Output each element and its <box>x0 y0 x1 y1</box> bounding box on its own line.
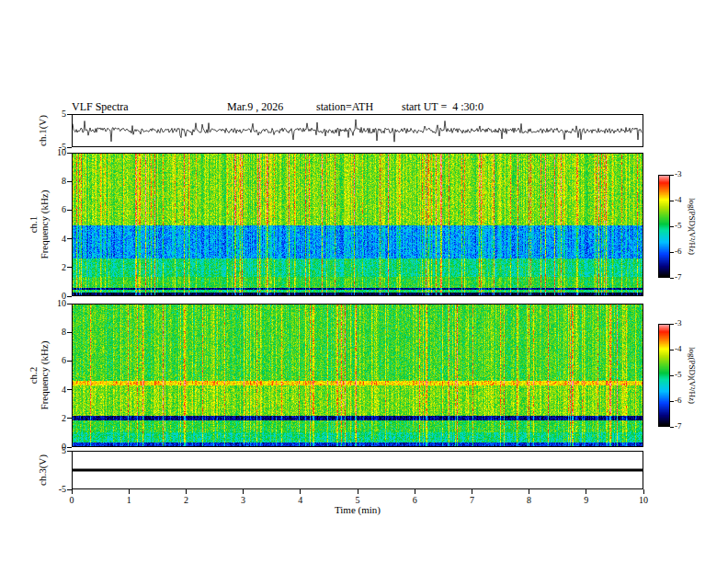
plot-station: station=ATH <box>316 100 373 114</box>
y-tick-label: 4 <box>40 234 66 244</box>
ch1-spectrogram-ylabel-line2: Frequency (kHz) <box>39 190 50 259</box>
colorbar-tick-mark <box>670 350 674 350</box>
x-tick-mark <box>415 489 415 494</box>
y-tick-mark <box>67 418 72 419</box>
x-tick-mark <box>129 489 130 494</box>
x-tick-mark <box>472 489 472 494</box>
ch3-waveform-ylabel: ch.3(V) <box>37 454 48 486</box>
y-tick-mark <box>67 389 72 390</box>
colorbar-tick-label: -5 <box>675 370 691 379</box>
colorbar-tick-label: -7 <box>675 272 691 282</box>
vlf-spectra-figure: VLF Spectra Mar.9 , 2026 station=ATH sta… <box>0 0 728 563</box>
ch2-spectrogram-ylabel: ch.2 Frequency (kHz) <box>28 341 50 410</box>
x-tick-mark <box>300 489 301 494</box>
y-tick-label: 6 <box>40 204 66 214</box>
x-tick-label: 2 <box>176 495 195 505</box>
colorbar-tick-mark <box>670 226 674 227</box>
y-tick-mark <box>67 147 72 148</box>
y-tick-mark <box>67 296 72 297</box>
x-tick-mark <box>243 489 244 494</box>
ch1-spectrogram-ylabel: ch.1 Frequency (kHz) <box>28 190 50 259</box>
colorbar-1-canvas <box>659 176 669 277</box>
plot-start-ut: start UT = 4 :30:0 <box>402 100 483 114</box>
colorbar-tick-mark <box>670 427 674 428</box>
x-tick-label: 6 <box>405 495 424 505</box>
colorbar-tick-mark <box>670 375 674 376</box>
x-tick-label: 8 <box>520 495 539 505</box>
x-tick-mark <box>358 489 358 494</box>
y-tick-mark <box>67 238 72 239</box>
y-tick-mark <box>67 451 72 452</box>
y-tick-label: -5 <box>40 484 66 494</box>
y-tick-mark <box>67 304 72 304</box>
y-tick-label: 2 <box>40 413 66 423</box>
colorbar-tick-label: -3 <box>675 169 691 178</box>
colorbar-2 <box>658 324 670 427</box>
colorbar-tick-label: -4 <box>675 344 691 353</box>
y-tick-mark <box>67 181 72 182</box>
ch2-spectrogram-ylabel-line1: ch.2 <box>28 341 39 410</box>
y-tick-label: 8 <box>40 176 66 186</box>
x-tick-label: 10 <box>634 495 653 505</box>
x-tick-label: 3 <box>234 495 253 505</box>
x-axis-title: Time (min) <box>72 504 643 515</box>
colorbar-tick-mark <box>670 252 674 253</box>
colorbar-tick-label: -3 <box>675 318 691 327</box>
y-tick-mark <box>67 210 72 211</box>
y-tick-mark <box>67 153 72 154</box>
x-tick-mark <box>586 489 586 494</box>
colorbar-1 <box>658 175 670 278</box>
ch1-spectrogram-panel <box>72 153 643 296</box>
x-tick-mark <box>529 489 529 494</box>
y-tick-mark <box>67 114 72 115</box>
y-tick-mark <box>67 489 72 490</box>
ch1-spectrogram-ylabel-line1: ch.1 <box>28 190 39 259</box>
colorbar-2-canvas <box>659 325 669 426</box>
y-tick-mark <box>67 332 72 333</box>
x-tick-label: 4 <box>291 495 310 505</box>
y-tick-mark <box>67 447 72 448</box>
plot-date: Mar.9 , 2026 <box>227 100 283 114</box>
y-tick-label: 8 <box>40 327 66 337</box>
x-tick-mark <box>643 489 644 494</box>
x-tick-mark <box>186 489 187 494</box>
colorbar-tick-label: -4 <box>675 195 691 204</box>
colorbar-tick-mark <box>670 401 674 402</box>
colorbar-tick-label: -6 <box>675 396 691 405</box>
x-tick-label: 5 <box>348 495 367 505</box>
ch3-waveform-canvas <box>73 452 643 488</box>
x-tick-label: 1 <box>119 495 138 505</box>
ch1-waveform-panel <box>72 114 643 147</box>
colorbar-tick-label: -6 <box>675 247 691 256</box>
y-tick-mark <box>67 361 72 362</box>
x-tick-label: 7 <box>462 495 481 505</box>
y-tick-label: 6 <box>40 355 66 365</box>
ch1-spectrogram-canvas <box>73 154 643 295</box>
colorbar-tick-mark <box>670 175 674 176</box>
ch2-spectrogram-canvas <box>73 304 643 446</box>
y-tick-label: 2 <box>40 262 66 272</box>
ch1-waveform-canvas <box>73 115 643 146</box>
x-tick-mark <box>72 489 73 494</box>
colorbar-tick-mark <box>670 278 674 279</box>
ch3-waveform-panel <box>72 451 643 489</box>
y-tick-label: 10 <box>40 298 66 308</box>
colorbar-tick-mark <box>670 324 674 325</box>
y-tick-label: 4 <box>40 385 66 395</box>
y-tick-label: 5 <box>40 109 66 119</box>
ch2-spectrogram-ylabel-line2: Frequency (kHz) <box>39 341 50 410</box>
x-tick-label: 9 <box>577 495 596 505</box>
plot-title: VLF Spectra <box>72 100 129 114</box>
y-tick-label: 10 <box>40 147 66 157</box>
colorbar-tick-label: -5 <box>675 221 691 230</box>
x-tick-label: 0 <box>63 495 81 505</box>
y-tick-mark <box>67 267 72 268</box>
y-tick-label: 5 <box>40 445 66 455</box>
colorbar-tick-mark <box>670 201 674 201</box>
colorbar-tick-label: -7 <box>675 421 691 431</box>
ch2-spectrogram-panel <box>72 304 643 447</box>
